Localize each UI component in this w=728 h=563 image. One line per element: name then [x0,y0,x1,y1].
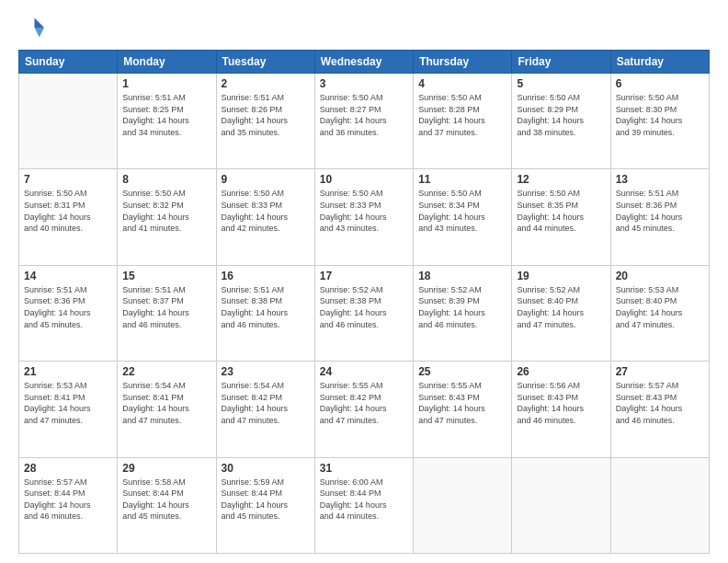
cell-info: Sunrise: 5:54 AM Sunset: 8:42 PM Dayligh… [222,380,310,426]
calendar-cell: 22Sunrise: 5:54 AM Sunset: 8:41 PM Dayli… [118,362,216,457]
calendar-cell: 10Sunrise: 5:50 AM Sunset: 8:33 PM Dayli… [314,169,413,265]
day-number: 10 [320,173,408,186]
day-number: 4 [418,77,506,90]
calendar-week-3: 14Sunrise: 5:51 AM Sunset: 8:36 PM Dayli… [19,265,710,361]
calendar-cell: 23Sunrise: 5:54 AM Sunset: 8:42 PM Dayli… [216,362,314,457]
day-header-saturday: Saturday [610,51,709,74]
header [18,15,710,40]
day-number: 15 [122,270,210,282]
calendar-week-4: 21Sunrise: 5:53 AM Sunset: 8:41 PM Dayli… [19,362,710,457]
cell-info: Sunrise: 5:57 AM Sunset: 8:43 PM Dayligh… [616,380,704,426]
calendar-cell: 26Sunrise: 5:56 AM Sunset: 8:43 PM Dayli… [512,362,610,457]
cell-info: Sunrise: 5:51 AM Sunset: 8:36 PM Dayligh… [24,284,112,330]
calendar-cell: 28Sunrise: 5:57 AM Sunset: 8:44 PM Dayli… [19,457,118,553]
cell-info: Sunrise: 5:52 AM Sunset: 8:40 PM Dayligh… [517,284,605,330]
calendar-cell: 27Sunrise: 5:57 AM Sunset: 8:43 PM Dayli… [610,362,709,457]
calendar-cell: 14Sunrise: 5:51 AM Sunset: 8:36 PM Dayli… [19,265,118,361]
calendar-cell: 12Sunrise: 5:50 AM Sunset: 8:35 PM Dayli… [512,169,610,265]
calendar-cell: 9Sunrise: 5:50 AM Sunset: 8:33 PM Daylig… [216,169,314,265]
day-number: 17 [320,270,408,282]
cell-info: Sunrise: 5:57 AM Sunset: 8:44 PM Dayligh… [24,477,112,523]
calendar-cell: 29Sunrise: 5:58 AM Sunset: 8:44 PM Dayli… [118,457,216,553]
day-number: 26 [517,365,605,378]
cell-info: Sunrise: 5:56 AM Sunset: 8:43 PM Dayligh… [517,380,605,426]
day-number: 22 [122,365,210,378]
day-number: 21 [24,365,112,378]
day-number: 9 [222,173,310,186]
calendar-cell: 6Sunrise: 5:50 AM Sunset: 8:30 PM Daylig… [610,74,709,169]
calendar-table: SundayMondayTuesdayWednesdayThursdayFrid… [18,50,710,554]
calendar-cell: 1Sunrise: 5:51 AM Sunset: 8:25 PM Daylig… [118,74,216,169]
calendar-cell: 5Sunrise: 5:50 AM Sunset: 8:29 PM Daylig… [512,74,610,169]
calendar-cell: 17Sunrise: 5:52 AM Sunset: 8:38 PM Dayli… [314,265,413,361]
day-number: 7 [24,173,112,186]
day-number: 27 [616,365,704,378]
cell-info: Sunrise: 5:59 AM Sunset: 8:44 PM Dayligh… [222,477,310,523]
cell-info: Sunrise: 5:50 AM Sunset: 8:28 PM Dayligh… [418,92,506,138]
calendar-cell: 2Sunrise: 5:51 AM Sunset: 8:26 PM Daylig… [216,74,314,169]
calendar-cell: 16Sunrise: 5:51 AM Sunset: 8:38 PM Dayli… [216,265,314,361]
day-number: 3 [320,77,408,90]
calendar-cell: 21Sunrise: 5:53 AM Sunset: 8:41 PM Dayli… [19,362,118,457]
calendar-cell: 20Sunrise: 5:53 AM Sunset: 8:40 PM Dayli… [610,265,709,361]
cell-info: Sunrise: 5:50 AM Sunset: 8:31 PM Dayligh… [24,188,112,234]
day-number: 11 [418,173,506,186]
cell-info: Sunrise: 5:54 AM Sunset: 8:41 PM Dayligh… [122,380,210,426]
page: SundayMondayTuesdayWednesdayThursdayFrid… [0,0,728,563]
cell-info: Sunrise: 5:58 AM Sunset: 8:44 PM Dayligh… [122,477,210,523]
calendar-cell: 7Sunrise: 5:50 AM Sunset: 8:31 PM Daylig… [19,169,118,265]
day-number: 6 [616,77,704,90]
calendar-cell: 19Sunrise: 5:52 AM Sunset: 8:40 PM Dayli… [512,265,610,361]
cell-info: Sunrise: 5:51 AM Sunset: 8:38 PM Dayligh… [222,284,310,330]
logo-icon [18,15,44,40]
calendar-cell: 18Sunrise: 5:52 AM Sunset: 8:39 PM Dayli… [414,265,512,361]
calendar-cell: 24Sunrise: 5:55 AM Sunset: 8:42 PM Dayli… [314,362,413,457]
day-number: 19 [517,270,605,282]
day-number: 18 [418,270,506,282]
day-header-thursday: Thursday [414,51,512,74]
calendar-week-5: 28Sunrise: 5:57 AM Sunset: 8:44 PM Dayli… [19,457,710,553]
day-number: 30 [222,462,310,475]
day-number: 23 [222,365,310,378]
calendar-cell [610,457,709,553]
cell-info: Sunrise: 5:53 AM Sunset: 8:41 PM Dayligh… [24,380,112,426]
calendar-cell [19,74,118,169]
svg-marker-1 [35,28,45,38]
cell-info: Sunrise: 5:50 AM Sunset: 8:32 PM Dayligh… [122,188,210,234]
day-number: 31 [320,462,408,475]
day-header-wednesday: Wednesday [314,51,413,74]
calendar-cell [512,457,610,553]
calendar-cell [414,457,512,553]
cell-info: Sunrise: 5:51 AM Sunset: 8:25 PM Dayligh… [122,92,210,138]
day-number: 24 [320,365,408,378]
cell-info: Sunrise: 5:55 AM Sunset: 8:42 PM Dayligh… [320,380,408,426]
cell-info: Sunrise: 5:55 AM Sunset: 8:43 PM Dayligh… [418,380,506,426]
calendar-week-1: 1Sunrise: 5:51 AM Sunset: 8:25 PM Daylig… [19,74,710,169]
day-number: 29 [122,462,210,475]
calendar-cell: 31Sunrise: 6:00 AM Sunset: 8:44 PM Dayli… [314,457,413,553]
calendar-cell: 3Sunrise: 5:50 AM Sunset: 8:27 PM Daylig… [314,74,413,169]
day-number: 12 [517,173,605,186]
cell-info: Sunrise: 6:00 AM Sunset: 8:44 PM Dayligh… [320,477,408,523]
cell-info: Sunrise: 5:52 AM Sunset: 8:38 PM Dayligh… [320,284,408,330]
cell-info: Sunrise: 5:52 AM Sunset: 8:39 PM Dayligh… [418,284,506,330]
cell-info: Sunrise: 5:51 AM Sunset: 8:26 PM Dayligh… [222,92,310,138]
day-number: 25 [418,365,506,378]
logo [18,15,48,40]
day-header-tuesday: Tuesday [216,51,314,74]
day-number: 8 [122,173,210,186]
day-number: 5 [517,77,605,90]
day-number: 14 [24,270,112,282]
day-header-sunday: Sunday [19,51,118,74]
day-header-monday: Monday [118,51,216,74]
day-number: 16 [222,270,310,282]
calendar-cell: 11Sunrise: 5:50 AM Sunset: 8:34 PM Dayli… [414,169,512,265]
day-number: 2 [222,77,310,90]
svg-marker-0 [35,18,45,29]
cell-info: Sunrise: 5:50 AM Sunset: 8:35 PM Dayligh… [517,188,605,234]
calendar-cell: 15Sunrise: 5:51 AM Sunset: 8:37 PM Dayli… [118,265,216,361]
day-number: 13 [616,173,704,186]
calendar-week-2: 7Sunrise: 5:50 AM Sunset: 8:31 PM Daylig… [19,169,710,265]
calendar-cell: 25Sunrise: 5:55 AM Sunset: 8:43 PM Dayli… [414,362,512,457]
day-number: 20 [616,270,704,282]
